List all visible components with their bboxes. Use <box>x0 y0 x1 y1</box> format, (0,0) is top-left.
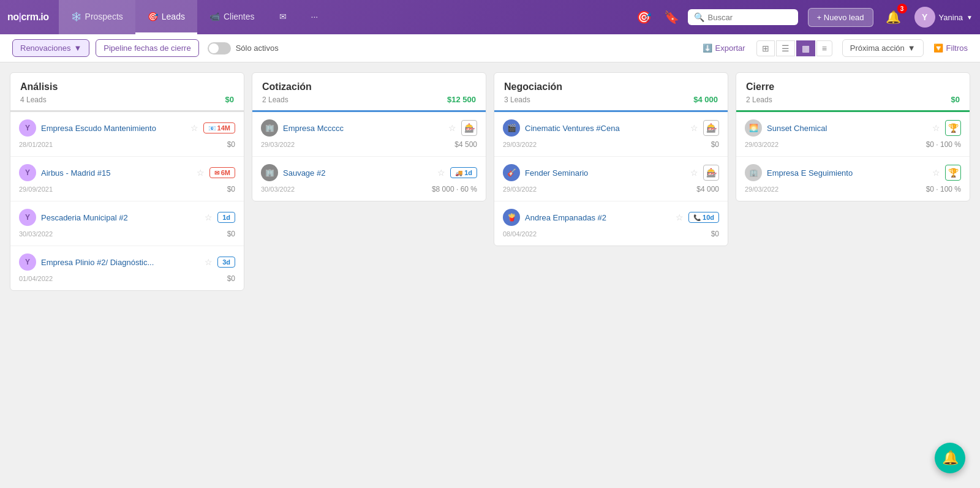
col-leads-cierre: 2 Leads <box>746 96 772 104</box>
export-button[interactable]: ⬇️ Exportar <box>703 43 745 53</box>
card-date-c10: 29/03/2022 <box>745 141 778 148</box>
search-input[interactable] <box>708 13 792 22</box>
star-icon-c8[interactable]: ☆ <box>690 168 698 178</box>
star-icon-c2[interactable]: ☆ <box>197 168 205 178</box>
card-amount-c1: $0 <box>227 140 235 149</box>
col-header-analisis: Análisis 4 Leads $0 <box>10 73 244 112</box>
nav-tab-clientes[interactable]: 📹 Clientes <box>197 0 267 34</box>
notification-wrapper: 🔔 3 <box>882 6 905 28</box>
filters-button[interactable]: 🔽 Filtros <box>933 43 968 53</box>
card-top-c10: 🌅 Sunset Chemical ☆ 🏆 <box>745 119 961 137</box>
prospects-icon: ❄️ <box>71 12 81 21</box>
star-icon-c11[interactable]: ☆ <box>932 168 940 178</box>
col-amount-cierre: $0 <box>951 95 960 104</box>
renovaciones-filter-button[interactable]: Renovaciones ▼ <box>12 39 89 57</box>
email-icon: ✉ <box>279 12 287 21</box>
card-badge-c9: 📞 10d <box>688 212 719 223</box>
card-title-c3[interactable]: Pescaderia Municipal #2 <box>41 213 200 222</box>
card-avatar-c6: 🏢 <box>261 164 278 181</box>
target-icon-btn[interactable]: 🎯 <box>633 7 655 27</box>
chevron-down-icon: ▼ <box>908 43 916 53</box>
col-amount-analisis: $0 <box>225 95 234 104</box>
card-title-c9[interactable]: Andrea Empanadas #2 <box>525 213 671 222</box>
user-avatar-area[interactable]: Y Yanina ▼ <box>914 7 973 28</box>
card-title-c7[interactable]: Cinematic Ventures #Cena <box>525 124 685 133</box>
filter-icon: 🔽 <box>933 43 943 53</box>
card-title-c10[interactable]: Sunset Chemical <box>767 124 927 133</box>
nav-tab-prospects[interactable]: ❄️ Prospects <box>59 0 135 34</box>
card-title-c11[interactable]: Empresa E Seguimiento <box>767 168 927 178</box>
card-c2[interactable]: Y Airbus - Madrid #15 ☆ ✉ 6M 29/09/2021 … <box>10 157 244 201</box>
card-title-c6[interactable]: Sauvage #2 <box>283 168 432 178</box>
kanban-view-button[interactable]: ▦ <box>796 40 815 56</box>
bookmark-icon-btn[interactable]: 🔖 <box>660 7 683 27</box>
card-title-c5[interactable]: Empresa Mccccc <box>283 124 443 133</box>
action-icon-c5[interactable]: 🎰 <box>461 120 477 136</box>
kanban-col-negociacion: Negociación 3 Leads $4 000 🎬 Cinematic V… <box>494 72 728 246</box>
new-lead-button[interactable]: + Nuevo lead <box>808 8 873 27</box>
card-avatar-c11: 🏢 <box>745 164 762 181</box>
card-avatar-c2: Y <box>19 164 36 181</box>
card-title-c1[interactable]: Empresa Escudo Mantenimiento <box>41 124 186 133</box>
solo-activos-label: Sólo activos <box>236 43 279 53</box>
card-amount-c6: $8 000 · 60 % <box>432 185 477 193</box>
card-c3[interactable]: Y Pescaderia Municipal #2 ☆ 1d 30/03/202… <box>10 201 244 246</box>
star-icon-c6[interactable]: ☆ <box>437 168 445 178</box>
card-date-c4: 01/04/2022 <box>19 275 53 282</box>
card-bottom-c7: 29/03/2022 $0 <box>503 140 719 149</box>
chevron-down-icon: ▼ <box>74 43 81 53</box>
star-icon-c1[interactable]: ☆ <box>190 123 198 133</box>
kanban-col-cierre: Cierre 2 Leads $0 🌅 Sunset Chemical ☆ 🏆 … <box>736 72 970 201</box>
nav-tab-email[interactable]: ✉ <box>267 0 299 34</box>
kanban-board: Análisis 4 Leads $0 Y Empresa Escudo Man… <box>0 62 980 477</box>
action-icon-c7[interactable]: 🎰 <box>703 120 719 136</box>
card-c1[interactable]: Y Empresa Escudo Mantenimiento ☆ 📧 14M 2… <box>10 112 244 157</box>
nav-tab-leads[interactable]: 🎯 Leads <box>135 0 197 34</box>
card-title-c4[interactable]: Empresa Plinio #2/ Diagnóstic... <box>41 258 200 267</box>
card-c11[interactable]: 🏢 Empresa E Seguimiento ☆ 🏆 29/03/2022 $… <box>736 157 970 201</box>
logo: no|crm.io <box>7 12 49 23</box>
star-icon-c4[interactable]: ☆ <box>205 257 213 267</box>
nav-tab-more[interactable]: ··· <box>299 0 331 34</box>
card-c8[interactable]: 🎸 Fender Seminario ☆ 🎰 29/03/2022 $4 000 <box>494 157 728 201</box>
star-icon-c10[interactable]: ☆ <box>932 123 940 133</box>
card-bottom-c2: 29/09/2021 $0 <box>19 185 235 193</box>
card-c5[interactable]: 🏢 Empresa Mccccc ☆ 🎰 29/03/2022 $4 500 <box>252 112 486 157</box>
card-avatar-c5: 🏢 <box>261 119 278 137</box>
card-avatar-c10: 🌅 <box>745 119 762 137</box>
card-c10[interactable]: 🌅 Sunset Chemical ☆ 🏆 29/03/2022 $0 · 10… <box>736 112 970 157</box>
nav-icons: 🎯 🔖 🔍 + Nuevo lead 🔔 3 Y Yanina ▼ <box>633 6 973 28</box>
card-c9[interactable]: 🍟 Andrea Empanadas #2 ☆ 📞 10d 08/04/2022… <box>494 201 728 246</box>
card-avatar-c8: 🎸 <box>503 164 520 181</box>
star-icon-c9[interactable]: ☆ <box>676 212 684 222</box>
star-icon-c5[interactable]: ☆ <box>448 123 456 133</box>
col-header-cierre: Cierre 2 Leads $0 <box>736 73 970 112</box>
card-badge-c3: 1d <box>217 212 235 223</box>
pipeline-filter-button[interactable]: Pipeline fechas de cierre <box>96 39 198 57</box>
card-title-c2[interactable]: Airbus - Madrid #15 <box>41 168 192 178</box>
star-icon-c3[interactable]: ☆ <box>205 212 213 222</box>
card-title-c8[interactable]: Fender Seminario <box>525 168 685 178</box>
card-top-c4: Y Empresa Plinio #2/ Diagnóstic... ☆ 3d <box>19 253 235 271</box>
action-icon-c8[interactable]: 🎰 <box>703 165 719 181</box>
grid-view-button[interactable]: ⊞ <box>756 40 775 56</box>
card-bottom-c10: 29/03/2022 $0 · 100 % <box>745 140 961 149</box>
trophy-badge-c11: 🏆 <box>945 165 961 181</box>
search-box: 🔍 <box>688 9 798 25</box>
col-amount-cotizacion: $12 500 <box>447 95 476 104</box>
user-name: Yanina <box>939 13 963 22</box>
export-icon: ⬇️ <box>703 43 712 53</box>
solo-activos-toggle[interactable] <box>208 42 231 54</box>
star-icon-c7[interactable]: ☆ <box>690 123 698 133</box>
card-c7[interactable]: 🎬 Cinematic Ventures #Cena ☆ 🎰 29/03/202… <box>494 112 728 157</box>
card-top-c2: Y Airbus - Madrid #15 ☆ ✉ 6M <box>19 164 235 181</box>
notification-fab-button[interactable]: 🔔 <box>935 443 965 473</box>
card-c6[interactable]: 🏢 Sauvage #2 ☆ 🚚 1d 30/03/2022 $8 000 · … <box>252 157 486 201</box>
next-action-button[interactable]: Próxima acción ▼ <box>842 39 924 57</box>
card-avatar-c7: 🎬 <box>503 119 520 137</box>
timeline-view-button[interactable]: ≡ <box>816 40 832 56</box>
list-view-button[interactable]: ☰ <box>776 40 795 56</box>
card-date-c8: 29/03/2022 <box>503 186 537 193</box>
avatar: Y <box>914 7 935 28</box>
card-c4[interactable]: Y Empresa Plinio #2/ Diagnóstic... ☆ 3d … <box>10 246 244 290</box>
